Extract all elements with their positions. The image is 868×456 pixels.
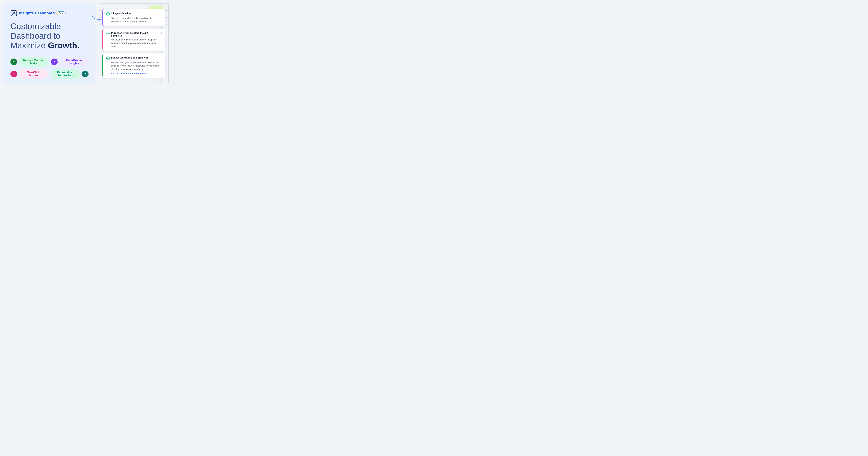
hero-line3: Maximize	[10, 41, 48, 50]
notif-3-link[interactable]: See this Automation in Follow-Up	[111, 72, 162, 75]
feature-item-reduce: ✦ Reduce Manual Tasks	[10, 57, 48, 67]
notif-3-body: We will boost your review count by autom…	[111, 61, 162, 71]
notif-1-title: 2 keywords added	[111, 12, 159, 15]
svg-point-1	[106, 12, 110, 16]
check-circle-icon-2	[106, 32, 110, 35]
oneclick-pill: One-Click Actions	[19, 69, 48, 79]
personalized-icon: ✦	[82, 71, 89, 77]
right-panel: 2 keywords added × You can now track the…	[99, 3, 170, 83]
notification-card-3: Follow-Up Automation Enabled! × We will …	[102, 54, 165, 78]
notif-3-title: Follow-Up Automation Enabled!	[111, 56, 159, 59]
personalized-pill: Personalized Suggestions	[51, 69, 80, 79]
notif-2-body: We just marked your Low Inventory insigh…	[111, 38, 162, 48]
logo-colored: Dashboard	[35, 11, 55, 15]
notif-1-header: 2 keywords added ×	[106, 12, 162, 16]
notif-2-close-button[interactable]: ×	[160, 32, 162, 34]
feature-item-personalized: Personalized Suggestions ✦	[51, 69, 89, 79]
notif-3-close-button[interactable]: ×	[160, 56, 162, 59]
svg-point-3	[106, 57, 110, 60]
notif-1-close-button[interactable]: ×	[160, 12, 162, 15]
notif-1-body: You can now track these keywords on the …	[111, 17, 162, 23]
page-wrapper: Insights Dashboard Beta Customizable Das…	[0, 0, 174, 91]
notif-2-header: Purchase Order created; Insight complete…	[106, 32, 162, 37]
arrow-icon	[90, 13, 102, 23]
hero-line3-bold: Growth.	[48, 41, 79, 50]
feature-item-insights: ✦ Data-Driven Insights	[51, 57, 89, 67]
hero-line2: Dashboard to	[10, 31, 60, 40]
logo-text: Insights Dashboard	[19, 11, 55, 16]
logo-plain: Insights	[19, 11, 35, 15]
svg-point-2	[106, 32, 110, 35]
feature-item-oneclick: ✦ One-Click Actions	[10, 69, 48, 79]
notification-card-2: Purchase Order created; Insight complete…	[102, 29, 165, 51]
notif-2-title: Purchase Order created; Insight complete…	[111, 32, 159, 37]
data-insights-icon: ✦	[51, 59, 58, 65]
logo-row: Insights Dashboard Beta	[10, 10, 89, 17]
beta-badge: Beta	[56, 11, 66, 15]
oneclick-icon: ✦	[10, 71, 17, 77]
check-circle-icon-1	[106, 12, 110, 16]
hero-heading: Customizable Dashboard to Maximize Growt…	[10, 22, 89, 50]
logo-icon	[10, 10, 18, 17]
notifications-stack: 2 keywords added × You can now track the…	[99, 6, 170, 81]
hero-line1: Customizable	[10, 22, 61, 31]
notif-1-container: 2 keywords added × You can now track the…	[102, 9, 165, 26]
reduce-tasks-icon: ✦	[10, 59, 17, 65]
check-circle-icon-3	[106, 56, 110, 60]
reduce-tasks-pill: Reduce Manual Tasks	[19, 57, 48, 67]
left-panel: Insights Dashboard Beta Customizable Das…	[3, 3, 95, 84]
notification-card-1: 2 keywords added × You can now track the…	[102, 9, 165, 26]
feature-grid: ✦ Reduce Manual Tasks ✦ Data-Driven Insi…	[10, 57, 89, 79]
notif-3-header: Follow-Up Automation Enabled! ×	[106, 56, 162, 60]
data-insights-pill: Data-Driven Insights	[59, 57, 89, 67]
